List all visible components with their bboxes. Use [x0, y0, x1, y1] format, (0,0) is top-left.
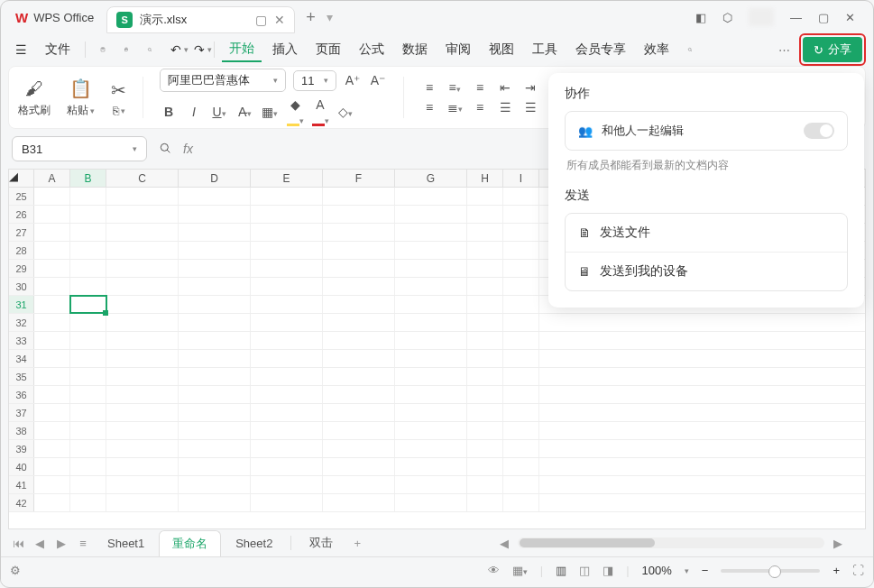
view-normal-icon[interactable]: ▥: [556, 564, 566, 577]
zoom-slider[interactable]: [721, 569, 820, 573]
cell[interactable]: [467, 350, 503, 367]
tab-menu-icon[interactable]: ▾: [327, 10, 333, 24]
clear-format-icon[interactable]: ◇▾: [336, 105, 354, 119]
cell[interactable]: [395, 260, 467, 277]
cell[interactable]: [503, 278, 539, 295]
col-header-B[interactable]: B: [70, 170, 106, 187]
cell[interactable]: [467, 260, 503, 277]
chevron-down-icon[interactable]: ▾: [133, 144, 137, 153]
cell[interactable]: [34, 332, 70, 349]
row-header[interactable]: 26: [9, 206, 34, 223]
name-box[interactable]: B31 ▾: [12, 136, 147, 161]
cell[interactable]: [70, 242, 106, 259]
cell[interactable]: [70, 296, 106, 313]
cell[interactable]: [467, 368, 503, 385]
cell[interactable]: [323, 296, 395, 313]
row-header[interactable]: 39: [9, 440, 34, 457]
cell[interactable]: [179, 422, 251, 439]
cell[interactable]: [251, 314, 323, 331]
row-header[interactable]: 41: [9, 476, 34, 493]
close-icon[interactable]: ✕: [845, 11, 855, 24]
search-icon[interactable]: [680, 39, 700, 60]
cell[interactable]: [106, 494, 179, 511]
cell[interactable]: [106, 422, 179, 439]
cell[interactable]: [395, 440, 467, 457]
cell[interactable]: [251, 260, 323, 277]
cell[interactable]: [106, 224, 179, 241]
cell[interactable]: [251, 350, 323, 367]
cell[interactable]: [467, 440, 503, 457]
cell[interactable]: [503, 404, 539, 421]
cell[interactable]: [323, 350, 395, 367]
cell[interactable]: [467, 224, 503, 241]
cell[interactable]: [323, 206, 395, 223]
font-color-icon[interactable]: A▾: [311, 97, 329, 126]
sheet-next-icon[interactable]: ▶: [51, 537, 71, 550]
fullscreen-icon[interactable]: ⛶: [852, 564, 864, 577]
row-header[interactable]: 35: [9, 368, 34, 385]
sheet-tab-active[interactable]: 重命名: [159, 530, 221, 556]
cell[interactable]: [34, 458, 70, 475]
cell[interactable]: [179, 224, 251, 241]
cell[interactable]: [179, 206, 251, 223]
redo-icon[interactable]: ↷▾: [187, 39, 207, 60]
cell[interactable]: [467, 458, 503, 475]
cell[interactable]: [34, 440, 70, 457]
cell[interactable]: [34, 476, 70, 493]
cell[interactable]: [467, 332, 503, 349]
send-file-item[interactable]: 🗎 发送文件: [566, 214, 847, 252]
cell[interactable]: [106, 242, 179, 259]
row-header[interactable]: 32: [9, 314, 34, 331]
cell[interactable]: [395, 350, 467, 367]
cell[interactable]: [395, 188, 467, 205]
cell[interactable]: [34, 314, 70, 331]
horizontal-scrollbar[interactable]: ◀ ▶: [369, 537, 866, 550]
cell[interactable]: [251, 494, 323, 511]
cube-icon[interactable]: ⬡: [722, 11, 732, 24]
tab-detach-icon[interactable]: ▢: [255, 13, 267, 27]
cell[interactable]: [70, 404, 106, 421]
cell[interactable]: [70, 206, 106, 223]
cell[interactable]: [179, 188, 251, 205]
row-header[interactable]: 34: [9, 350, 34, 367]
file-menu[interactable]: 文件: [38, 38, 78, 61]
tab-efficiency[interactable]: 效率: [637, 38, 676, 61]
cell[interactable]: [106, 314, 179, 331]
hamburger-icon[interactable]: ☰: [8, 39, 34, 60]
cell[interactable]: [503, 332, 539, 349]
sheet-prev-icon[interactable]: ◀: [30, 537, 50, 550]
cell[interactable]: [395, 332, 467, 349]
row-header[interactable]: 40: [9, 458, 34, 475]
user-avatar[interactable]: [749, 8, 774, 26]
cell[interactable]: [323, 422, 395, 439]
cell[interactable]: [395, 314, 467, 331]
cell[interactable]: [323, 458, 395, 475]
cell[interactable]: [179, 440, 251, 457]
cell[interactable]: [106, 296, 179, 313]
cell[interactable]: [70, 386, 106, 403]
cell[interactable]: [323, 494, 395, 511]
cell[interactable]: [503, 440, 539, 457]
cell[interactable]: [34, 422, 70, 439]
col-header-I[interactable]: I: [503, 170, 539, 187]
tab-page[interactable]: 页面: [308, 38, 348, 61]
cell[interactable]: [70, 314, 106, 331]
cell[interactable]: [395, 458, 467, 475]
align-right-icon[interactable]: ≡: [471, 100, 489, 115]
cell[interactable]: [106, 260, 179, 277]
cell[interactable]: [179, 278, 251, 295]
cell[interactable]: [179, 314, 251, 331]
font-size-select[interactable]: 11▾: [293, 70, 336, 91]
cell[interactable]: [467, 404, 503, 421]
collab-toggle[interactable]: [804, 123, 834, 139]
cell[interactable]: [251, 242, 323, 259]
cell[interactable]: [70, 260, 106, 277]
cell[interactable]: [503, 350, 539, 367]
cell[interactable]: [467, 494, 503, 511]
cell[interactable]: [395, 476, 467, 493]
cell[interactable]: [34, 296, 70, 313]
cell[interactable]: [34, 494, 70, 511]
cell[interactable]: [106, 188, 179, 205]
cell[interactable]: [251, 458, 323, 475]
cell[interactable]: [395, 422, 467, 439]
